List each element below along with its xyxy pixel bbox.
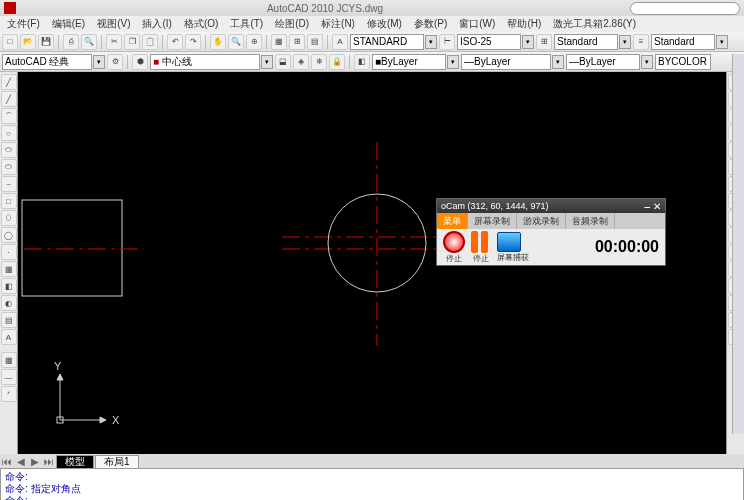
ocam-window[interactable]: oCam (312, 60, 1444, 971) ‒ ✕ 菜单 屏幕录制 游戏…: [436, 198, 666, 266]
chevron-down-icon[interactable]: ▾: [425, 35, 437, 49]
layer-l-icon[interactable]: 🔒: [329, 54, 345, 70]
tp-icon[interactable]: ▤: [307, 34, 323, 50]
insert-icon[interactable]: —: [1, 369, 17, 385]
hatch-icon[interactable]: ▦: [1, 261, 17, 277]
tab-first-icon[interactable]: ⏮: [0, 456, 14, 467]
ocam-tab-menu[interactable]: 菜单: [437, 213, 468, 229]
pause-button[interactable]: [471, 231, 491, 253]
textstyle-select[interactable]: STANDARD: [350, 34, 424, 50]
text-a-icon[interactable]: A: [332, 34, 348, 50]
chevron-down-icon[interactable]: ▾: [641, 55, 653, 69]
lweight-select[interactable]: — ByLayer: [566, 54, 640, 70]
chevron-down-icon[interactable]: ▾: [522, 35, 534, 49]
zoom2-icon[interactable]: ⊕: [246, 34, 262, 50]
mtext-icon[interactable]: A: [1, 329, 17, 345]
polygon-icon[interactable]: ○: [1, 125, 17, 141]
ocam-tab-audio[interactable]: 音频录制: [566, 213, 615, 229]
mlstyle-select[interactable]: Standard: [651, 34, 715, 50]
color-icon[interactable]: ◧: [354, 54, 370, 70]
circle-icon[interactable]: ~: [1, 176, 17, 192]
spline-icon[interactable]: ⬯: [1, 210, 17, 226]
layer-state-icon[interactable]: ⬓: [275, 54, 291, 70]
record-label: 停止: [443, 253, 465, 264]
layer-props-icon[interactable]: ⬢: [132, 54, 148, 70]
zoom-icon[interactable]: 🔍: [228, 34, 244, 50]
copy-icon[interactable]: ❐: [124, 34, 140, 50]
layer-f-icon[interactable]: ❄: [311, 54, 327, 70]
right-dock[interactable]: [732, 54, 744, 434]
revcloud-icon[interactable]: □: [1, 193, 17, 209]
tab-next-icon[interactable]: ▶: [28, 456, 42, 467]
capture-button[interactable]: [497, 232, 521, 252]
paste-icon[interactable]: 📋: [142, 34, 158, 50]
menu-view[interactable]: 视图(V): [94, 17, 133, 31]
point-icon[interactable]: ·: [1, 244, 17, 260]
chevron-down-icon[interactable]: ▾: [93, 55, 105, 69]
tbl-icon[interactable]: ⊞: [536, 34, 552, 50]
tab-model[interactable]: 模型: [56, 455, 94, 468]
pan-icon[interactable]: ✋: [210, 34, 226, 50]
menu-laser[interactable]: 激光工具箱2.86(Y): [550, 17, 639, 31]
tab-last-icon[interactable]: ⏭: [42, 456, 56, 467]
chevron-down-icon[interactable]: ▾: [619, 35, 631, 49]
menu-param[interactable]: 参数(P): [411, 17, 450, 31]
table-icon[interactable]: ▤: [1, 312, 17, 328]
tblstyle-select[interactable]: Standard: [554, 34, 618, 50]
new-icon[interactable]: □: [2, 34, 18, 50]
chevron-down-icon[interactable]: ▾: [552, 55, 564, 69]
record-button[interactable]: [443, 231, 465, 253]
ocam-tabs: 菜单 屏幕录制 游戏录制 音频录制: [437, 213, 665, 229]
menu-file[interactable]: 文件(F): [4, 17, 43, 31]
chevron-down-icon[interactable]: ▾: [716, 35, 728, 49]
ocam-tab-screen[interactable]: 屏幕录制: [468, 213, 517, 229]
block-icon[interactable]: ▦: [1, 352, 17, 368]
menu-window[interactable]: 窗口(W): [456, 17, 498, 31]
search-input[interactable]: [630, 2, 740, 15]
ocam-titlebar[interactable]: oCam (312, 60, 1444, 971) ‒ ✕: [437, 199, 665, 213]
menu-insert[interactable]: 插入(I): [139, 17, 174, 31]
tab-layout1[interactable]: 布局1: [95, 455, 139, 468]
cut-icon[interactable]: ✂: [106, 34, 122, 50]
chevron-down-icon[interactable]: ▾: [447, 55, 459, 69]
menu-modify[interactable]: 修改(M): [364, 17, 405, 31]
undo-icon[interactable]: ↶: [167, 34, 183, 50]
open-icon[interactable]: 📂: [20, 34, 36, 50]
close-icon[interactable]: ‒ ✕: [644, 201, 661, 212]
ml-icon[interactable]: ≡: [633, 34, 649, 50]
color-select[interactable]: ■ ByLayer: [372, 54, 446, 70]
menu-format[interactable]: 格式(O): [181, 17, 221, 31]
workspace-select[interactable]: AutoCAD 经典: [2, 54, 92, 70]
print-icon[interactable]: ⎙: [63, 34, 79, 50]
menu-help[interactable]: 帮助(H): [504, 17, 544, 31]
gradient-icon[interactable]: ◧: [1, 278, 17, 294]
ws-gear-icon[interactable]: ⚙: [107, 54, 123, 70]
ocam-tab-game[interactable]: 游戏录制: [517, 213, 566, 229]
ellipse-icon[interactable]: ◯: [1, 227, 17, 243]
layer-select[interactable]: ■ 中心线: [150, 54, 260, 70]
props-icon[interactable]: ▦: [271, 34, 287, 50]
line-icon[interactable]: ╱: [1, 74, 17, 90]
rect-icon[interactable]: ⬭: [1, 142, 17, 158]
save-icon[interactable]: 💾: [38, 34, 54, 50]
dim-icon[interactable]: ⊢: [439, 34, 455, 50]
menu-tools[interactable]: 工具(T): [227, 17, 266, 31]
pline-icon[interactable]: ⌒: [1, 108, 17, 124]
command-line[interactable]: 命令: 命令: 指定对角点 命令:: [0, 468, 744, 500]
ltype-select[interactable]: — ByLayer: [461, 54, 551, 70]
plotstyle-select[interactable]: BYCOLOR: [655, 54, 711, 70]
xline-icon[interactable]: ╱: [1, 91, 17, 107]
ref-icon[interactable]: ᐟ: [1, 386, 17, 402]
chevron-down-icon[interactable]: ▾: [261, 55, 273, 69]
tab-prev-icon[interactable]: ◀: [14, 456, 28, 467]
menu-dim[interactable]: 标注(N): [318, 17, 358, 31]
rectangle-entity[interactable]: [22, 200, 122, 296]
menu-edit[interactable]: 编辑(E): [49, 17, 88, 31]
arc-icon[interactable]: ⬭: [1, 159, 17, 175]
layer-iso-icon[interactable]: ◈: [293, 54, 309, 70]
region-icon[interactable]: ◐: [1, 295, 17, 311]
menu-draw[interactable]: 绘图(D): [272, 17, 312, 31]
dc-icon[interactable]: ⊞: [289, 34, 305, 50]
redo-icon[interactable]: ↷: [185, 34, 201, 50]
preview-icon[interactable]: 🔍: [81, 34, 97, 50]
dimstyle-select[interactable]: ISO-25: [457, 34, 521, 50]
